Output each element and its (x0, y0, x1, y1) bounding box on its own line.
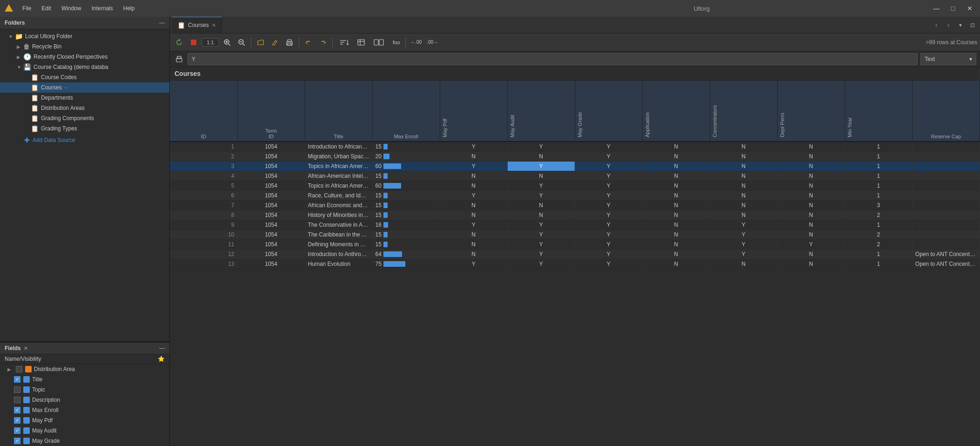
tree-item-departments[interactable]: ▶ 📋 Departments (0, 93, 169, 103)
zoom-in-button[interactable] (221, 36, 234, 49)
table-row[interactable]: 13 1054 Human Evolution 75 Y Y Y N N N 1… (170, 259, 980, 269)
fields-settings-icon[interactable]: ⭐ (158, 356, 165, 362)
next-numbers-button[interactable]: .00→ (425, 36, 440, 49)
table-row[interactable]: 9 1054 The Conservative in American Poli… (170, 220, 980, 230)
field-type-icon-max-enroll (23, 407, 30, 413)
col-header-may-pdf[interactable]: May Pdf (440, 81, 507, 142)
filter-type-dropdown[interactable]: Text ▾ (920, 53, 976, 65)
field-item-may-audit[interactable]: May Audit (0, 426, 169, 436)
field-checkbox-max-enroll[interactable] (14, 407, 20, 413)
cell-concentrators: N (710, 171, 777, 181)
col-header-dept-perm[interactable]: Dept Perm (777, 81, 845, 142)
table-row[interactable]: 5 1054 Topics in African American Litera… (170, 181, 980, 191)
col-header-term-id[interactable]: TermID (237, 81, 305, 142)
field-item-description[interactable]: Description (0, 395, 169, 405)
field-item-title[interactable]: Title (0, 374, 169, 385)
field-type-icon-topic (23, 386, 30, 393)
tree-item-courses[interactable]: ▶ 📋 Courses ← (0, 82, 169, 93)
col-header-application[interactable]: Application (642, 81, 710, 142)
field-item-topic[interactable]: Topic (0, 385, 169, 395)
tab-courses[interactable]: 📋 Courses ✕ (172, 17, 222, 33)
field-checkbox-may-pdf[interactable] (14, 417, 20, 424)
col-header-max-enroll[interactable]: Max Enroll (372, 81, 440, 142)
tree-label: Course Catalog (demo databa (34, 64, 108, 70)
cell-reserve-cap (912, 171, 980, 181)
cell-dept-perm: N (777, 162, 845, 171)
maximize-button[interactable]: □ (946, 3, 960, 14)
open-button[interactable] (254, 36, 267, 49)
field-checkbox-may-grade[interactable] (14, 438, 20, 444)
filter-print-button[interactable] (174, 54, 185, 65)
fields-minimize-button[interactable]: — (159, 345, 165, 351)
undo-button[interactable] (302, 36, 315, 49)
cell-term-id: 1054 (237, 230, 305, 240)
zoom-out-button[interactable] (235, 36, 248, 49)
minimize-button[interactable]: — (930, 3, 943, 14)
redo-button[interactable] (316, 36, 329, 49)
table-row[interactable]: 12 1054 Introduction to Anthropology 64 … (170, 250, 980, 259)
menu-help[interactable]: Help (119, 3, 140, 14)
tree-item-local-folder[interactable]: ▼ 📁 Local Ultorg Folder (0, 31, 169, 41)
field-checkbox-topic[interactable] (14, 386, 20, 393)
field-checkbox-title[interactable] (14, 376, 20, 383)
tab-close-button[interactable]: ✕ (212, 22, 216, 28)
field-item-max-enroll[interactable]: Max Enroll (0, 405, 169, 415)
tab-dropdown-button[interactable]: ▾ (955, 20, 966, 31)
expand-arrow: ▶ (17, 54, 23, 60)
field-item-distribution-area[interactable]: ▶ Distribution Area (0, 364, 169, 374)
tab-next-button[interactable]: › (943, 20, 954, 31)
table-view-button[interactable] (355, 36, 368, 49)
field-item-may-pdf[interactable]: May Pdf (0, 415, 169, 426)
tree-item-recycle-bin[interactable]: ▶ 🗑 Recycle Bin (0, 41, 169, 52)
tree-item-grading-components[interactable]: ▶ 📋 Grading Components (0, 113, 169, 123)
tree-item-grading-types[interactable]: ▶ 📋 Grading Types (0, 123, 169, 134)
print-button[interactable] (283, 36, 296, 49)
table-row[interactable]: 4 1054 African-American Intellectual His… (170, 171, 980, 181)
tree-item-course-catalog[interactable]: ▼ 💾 Course Catalog (demo databa (0, 62, 169, 72)
field-checkbox-may-audit[interactable] (14, 427, 20, 434)
edit-button[interactable] (268, 36, 282, 49)
close-button[interactable]: ✕ (963, 3, 976, 14)
table-row[interactable]: 11 1054 Defining Moments in American Cul… (170, 240, 980, 250)
foo-button[interactable]: foo (390, 36, 403, 49)
field-label-title: Title (32, 376, 42, 383)
col-header-min-year[interactable]: Min Year (845, 81, 912, 142)
menu-internals[interactable]: Internals (87, 3, 118, 14)
table-row[interactable]: 3 1054 Topics in African American Religi… (170, 162, 980, 171)
col-header-concentrators[interactable]: Concentrators (710, 81, 777, 142)
menu-edit[interactable]: Edit (37, 3, 56, 14)
tree-item-recently-closed[interactable]: ▶ 🕐 Recently Closed Perspectives (0, 52, 169, 62)
col-header-title[interactable]: Title (305, 81, 372, 142)
folders-minimize-button[interactable]: — (159, 20, 165, 26)
add-datasource-button[interactable]: ✚ Add Data Source (0, 134, 169, 147)
col-header-reserve-cap[interactable]: Reserve Cap (912, 81, 980, 142)
refresh-button[interactable] (173, 36, 186, 49)
col-header-id[interactable]: ID (170, 81, 237, 142)
table-row[interactable]: 8 1054 History of Minorities in America … (170, 210, 980, 220)
col-header-may-grade[interactable]: May Grade (575, 81, 642, 142)
cell-title: Topics in African American Literature (305, 181, 372, 191)
table-row[interactable]: 10 1054 The Caribbean in the American Im… (170, 230, 980, 240)
table-row[interactable]: 6 1054 Race, Culture, and Identity: Afri… (170, 191, 980, 201)
sort-button[interactable] (336, 36, 353, 49)
stop-button[interactable] (187, 36, 200, 49)
tab-prev-button[interactable]: ‹ (931, 20, 942, 31)
fields-close-button[interactable]: ✕ (24, 345, 28, 351)
cell-title: African Economic and Political Culture (305, 201, 372, 210)
grid-view-button[interactable] (369, 36, 389, 49)
field-checkbox-description[interactable] (14, 397, 20, 403)
prev-numbers-button[interactable]: ←.00 (409, 36, 423, 49)
menu-file[interactable]: File (18, 3, 36, 14)
table-row[interactable]: 1 1054 Introduction to African-American … (170, 142, 980, 152)
field-checkbox-distribution-area[interactable] (16, 366, 22, 372)
tab-maximize-button[interactable]: ⊡ (967, 20, 978, 31)
tree-item-course-codes[interactable]: ▶ 📋 Course Codes (0, 72, 169, 82)
table-row[interactable]: 2 1054 Migration, Urban Space, and Afric… (170, 152, 980, 162)
col-header-may-audit[interactable]: May Audit (507, 81, 575, 142)
table-row[interactable]: 7 1054 African Economic and Political Cu… (170, 201, 980, 210)
menu-window[interactable]: Window (57, 3, 86, 14)
filter-input[interactable] (188, 53, 918, 65)
field-item-may-grade[interactable]: May Grade (0, 436, 169, 446)
svg-rect-11 (288, 43, 291, 45)
tree-item-distribution-areas[interactable]: ▶ 📋 Distribution Areas (0, 103, 169, 113)
